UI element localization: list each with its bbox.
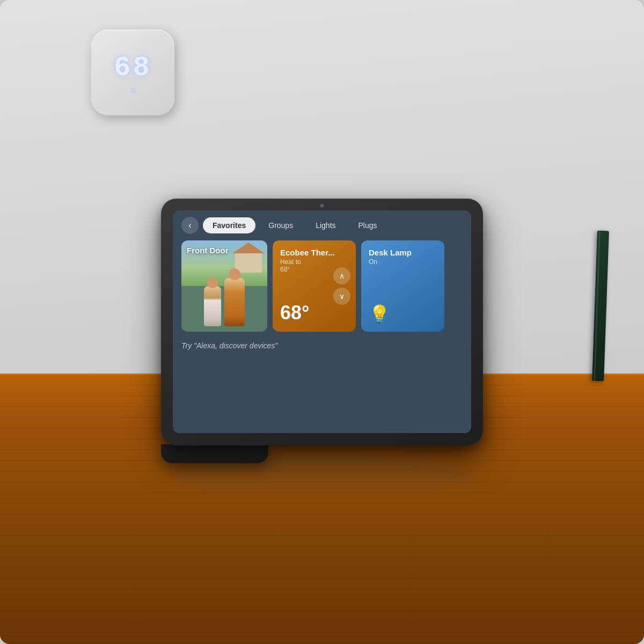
tab-plugs[interactable]: Plugs: [349, 217, 387, 233]
lamp-bulb-icon: 💡: [369, 304, 437, 324]
person-right: [224, 278, 245, 326]
thermostat-temperature: 68: [114, 52, 151, 84]
door-camera-people: [181, 273, 267, 332]
device-screen: ‹ Favorites Groups Lights Plugs: [173, 210, 471, 433]
scene: 68 ‹ Favorites Groups Lights: [0, 0, 644, 644]
card-door-title: Front Door: [187, 246, 228, 255]
tab-favorites[interactable]: Favorites: [203, 217, 255, 233]
device-casing: ‹ Favorites Groups Lights Plugs: [161, 199, 483, 445]
cards-container: Front Door Ecobee Ther... Heat to 68°: [173, 240, 471, 332]
device-stand: [161, 444, 268, 463]
temp-down-button[interactable]: ∨: [333, 288, 350, 305]
lamp-card-status: On: [369, 258, 437, 266]
navigation-bar: ‹ Favorites Groups Lights Plugs: [173, 210, 471, 240]
card-thermostat[interactable]: Ecobee Ther... Heat to 68° 68° ∧ ∨: [273, 240, 356, 332]
thermostat-card-title: Ecobee Ther...: [280, 248, 348, 257]
lamp-card-title: Desk Lamp: [369, 248, 437, 257]
temp-up-button[interactable]: ∧: [333, 267, 350, 284]
person-left: [204, 286, 221, 326]
nav-tabs: Favorites Groups Lights Plugs: [203, 217, 387, 233]
tab-lights[interactable]: Lights: [306, 217, 345, 233]
thermostat-dot: [130, 88, 136, 93]
back-button[interactable]: ‹: [181, 217, 199, 234]
echo-show-device: ‹ Favorites Groups Lights Plugs: [161, 199, 483, 462]
thermostat-current-temp: 68°: [280, 302, 348, 324]
back-arrow-icon: ‹: [188, 221, 191, 230]
card-desk-lamp[interactable]: Desk Lamp On 💡: [361, 240, 444, 332]
tab-groups[interactable]: Groups: [259, 217, 303, 233]
wall-thermostat: 68: [91, 30, 174, 115]
device-camera: [319, 203, 325, 208]
card-front-door[interactable]: Front Door: [181, 240, 267, 332]
door-camera-house: [235, 251, 262, 273]
temp-controls: ∧ ∨: [333, 267, 350, 305]
alexa-hint-text: Try "Alexa, discover devices": [173, 332, 471, 354]
